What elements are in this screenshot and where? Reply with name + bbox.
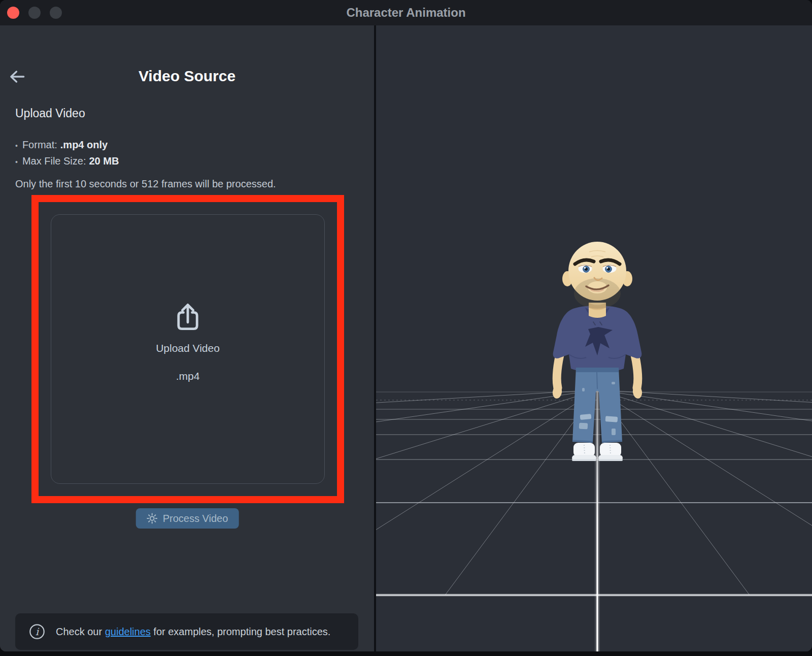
3d-viewport[interactable] xyxy=(376,25,812,651)
max-size-label: Max File Size: xyxy=(22,155,86,167)
bullet-dot: • xyxy=(15,158,18,166)
upload-icon xyxy=(175,302,201,332)
format-label: Format: xyxy=(22,139,57,151)
avatar-head xyxy=(562,242,632,309)
titlebar: Character Animation xyxy=(0,0,812,25)
format-value: .mp4 only xyxy=(60,139,108,151)
max-size-value: 20 MB xyxy=(89,155,119,167)
info-icon: i xyxy=(28,623,46,640)
guidelines-text: Check our guidelines for examples, promp… xyxy=(56,625,330,639)
guidelines-info-box: i Check our guidelines for examples, pro… xyxy=(15,613,358,650)
dropzone-content: Upload Video .mp4 xyxy=(39,195,337,489)
video-source-panel: Video Source Upload Video • Format: .mp4… xyxy=(0,25,374,651)
svg-text:i: i xyxy=(36,626,40,638)
max-size-requirement: • Max File Size: 20 MB xyxy=(15,155,119,167)
window-title: Character Animation xyxy=(0,0,812,25)
dropzone-label: Upload Video xyxy=(156,342,220,354)
guidelines-prefix: Check our xyxy=(56,626,105,637)
app-window: Character Animation Video Source Upload … xyxy=(0,0,812,651)
page-title: Video Source xyxy=(0,68,374,85)
processing-note: Only the first 10 seconds or 512 frames … xyxy=(15,178,276,190)
floor-grid xyxy=(376,390,812,651)
viewport-scene xyxy=(376,25,812,651)
guidelines-suffix: for examples, prompting best practices. xyxy=(151,626,331,637)
upload-dropzone[interactable]: Upload Video .mp4 xyxy=(31,195,344,503)
process-video-label: Process Video xyxy=(163,513,228,524)
upload-section-heading: Upload Video xyxy=(15,107,85,120)
guidelines-link[interactable]: guidelines xyxy=(105,626,151,637)
format-requirement: • Format: .mp4 only xyxy=(15,139,119,151)
bullet-dot: • xyxy=(15,142,18,150)
upload-requirements: • Format: .mp4 only • Max File Size: 20 … xyxy=(15,139,119,172)
dropzone-format: .mp4 xyxy=(176,370,200,382)
gear-icon xyxy=(147,513,158,524)
process-video-button[interactable]: Process Video xyxy=(136,508,239,529)
